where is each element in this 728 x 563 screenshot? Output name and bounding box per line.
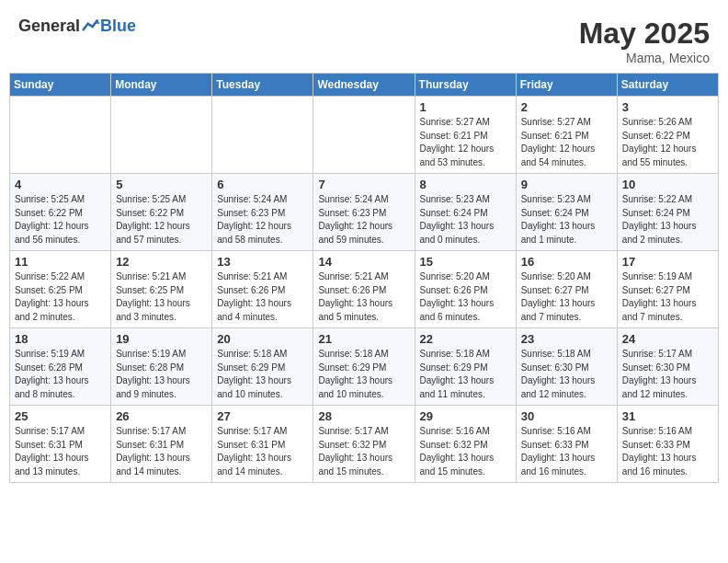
day-info: Sunrise: 5:18 AM Sunset: 6:30 PM Dayligh… — [521, 348, 612, 401]
calendar-day-cell — [212, 97, 313, 174]
calendar-day-cell: 17Sunrise: 5:19 AM Sunset: 6:27 PM Dayli… — [617, 251, 718, 328]
calendar-week-row: 11Sunrise: 5:22 AM Sunset: 6:25 PM Dayli… — [10, 251, 719, 328]
day-info: Sunrise: 5:25 AM Sunset: 6:22 PM Dayligh… — [116, 193, 207, 247]
calendar-day-cell: 10Sunrise: 5:22 AM Sunset: 6:24 PM Dayli… — [617, 174, 718, 251]
day-info: Sunrise: 5:22 AM Sunset: 6:24 PM Dayligh… — [622, 193, 713, 247]
calendar-day-cell: 4Sunrise: 5:25 AM Sunset: 6:22 PM Daylig… — [10, 174, 111, 251]
day-number: 23 — [521, 332, 612, 346]
day-info: Sunrise: 5:27 AM Sunset: 6:21 PM Dayligh… — [420, 116, 511, 169]
calendar-day-cell: 13Sunrise: 5:21 AM Sunset: 6:26 PM Dayli… — [212, 251, 313, 328]
calendar-col-header: Thursday — [415, 74, 516, 97]
day-info: Sunrise: 5:16 AM Sunset: 6:33 PM Dayligh… — [521, 425, 612, 478]
day-info: Sunrise: 5:17 AM Sunset: 6:30 PM Dayligh… — [622, 348, 713, 401]
day-info: Sunrise: 5:18 AM Sunset: 6:29 PM Dayligh… — [217, 348, 308, 401]
calendar-col-header: Sunday — [10, 74, 111, 97]
day-info: Sunrise: 5:24 AM Sunset: 6:23 PM Dayligh… — [318, 193, 409, 247]
logo-icon — [82, 17, 100, 36]
day-info: Sunrise: 5:16 AM Sunset: 6:32 PM Dayligh… — [420, 425, 511, 478]
calendar-day-cell: 18Sunrise: 5:19 AM Sunset: 6:28 PM Dayli… — [10, 328, 111, 406]
calendar-day-cell — [111, 97, 212, 174]
day-number: 17 — [622, 255, 713, 269]
calendar-day-cell: 22Sunrise: 5:18 AM Sunset: 6:29 PM Dayli… — [415, 328, 516, 406]
day-number: 8 — [420, 178, 511, 191]
day-number: 15 — [420, 255, 511, 269]
calendar-day-cell: 27Sunrise: 5:17 AM Sunset: 6:31 PM Dayli… — [212, 406, 313, 483]
calendar-day-cell: 24Sunrise: 5:17 AM Sunset: 6:30 PM Dayli… — [617, 328, 718, 406]
day-number: 24 — [622, 332, 713, 346]
day-number: 10 — [622, 178, 713, 191]
day-info: Sunrise: 5:23 AM Sunset: 6:24 PM Dayligh… — [420, 193, 511, 247]
calendar-day-cell: 16Sunrise: 5:20 AM Sunset: 6:27 PM Dayli… — [516, 251, 617, 328]
day-info: Sunrise: 5:19 AM Sunset: 6:28 PM Dayligh… — [15, 348, 106, 401]
day-number: 7 — [318, 178, 409, 191]
day-info: Sunrise: 5:17 AM Sunset: 6:31 PM Dayligh… — [15, 425, 106, 478]
day-number: 19 — [116, 332, 207, 346]
calendar-day-cell: 28Sunrise: 5:17 AM Sunset: 6:32 PM Dayli… — [313, 406, 415, 483]
calendar-week-row: 25Sunrise: 5:17 AM Sunset: 6:31 PM Dayli… — [10, 406, 719, 483]
day-number: 26 — [116, 409, 207, 423]
day-number: 3 — [622, 100, 713, 114]
day-info: Sunrise: 5:21 AM Sunset: 6:25 PM Dayligh… — [116, 270, 207, 324]
calendar-day-cell: 19Sunrise: 5:19 AM Sunset: 6:28 PM Dayli… — [111, 328, 212, 406]
calendar-day-cell: 9Sunrise: 5:23 AM Sunset: 6:24 PM Daylig… — [516, 174, 617, 251]
day-info: Sunrise: 5:21 AM Sunset: 6:26 PM Dayligh… — [217, 270, 308, 324]
page-header: General Blue May 2025 Mama, Mexico — [9, 9, 719, 65]
calendar-day-cell: 14Sunrise: 5:21 AM Sunset: 6:26 PM Dayli… — [313, 251, 415, 328]
calendar-day-cell: 20Sunrise: 5:18 AM Sunset: 6:29 PM Dayli… — [212, 328, 313, 406]
logo-text-blue: Blue — [100, 17, 136, 36]
day-info: Sunrise: 5:18 AM Sunset: 6:29 PM Dayligh… — [318, 348, 409, 401]
day-number: 2 — [521, 100, 612, 114]
day-number: 5 — [116, 178, 207, 191]
location: Mama, Mexico — [579, 51, 710, 65]
day-info: Sunrise: 5:26 AM Sunset: 6:22 PM Dayligh… — [622, 116, 713, 169]
calendar-day-cell: 31Sunrise: 5:16 AM Sunset: 6:33 PM Dayli… — [617, 406, 718, 483]
day-number: 22 — [420, 332, 511, 346]
day-info: Sunrise: 5:17 AM Sunset: 6:31 PM Dayligh… — [217, 425, 308, 478]
calendar-day-cell — [313, 97, 415, 174]
day-number: 27 — [217, 409, 308, 423]
logo-text-general: General — [18, 17, 80, 36]
calendar-day-cell: 7Sunrise: 5:24 AM Sunset: 6:23 PM Daylig… — [313, 174, 415, 251]
calendar-day-cell: 1Sunrise: 5:27 AM Sunset: 6:21 PM Daylig… — [415, 97, 516, 174]
calendar-col-header: Monday — [111, 74, 212, 97]
calendar-header-row: SundayMondayTuesdayWednesdayThursdayFrid… — [10, 74, 719, 97]
day-number: 25 — [15, 409, 106, 423]
calendar-day-cell: 25Sunrise: 5:17 AM Sunset: 6:31 PM Dayli… — [10, 406, 111, 483]
calendar-day-cell: 3Sunrise: 5:26 AM Sunset: 6:22 PM Daylig… — [617, 97, 718, 174]
day-number: 6 — [217, 178, 308, 191]
calendar-week-row: 4Sunrise: 5:25 AM Sunset: 6:22 PM Daylig… — [10, 174, 719, 251]
day-info: Sunrise: 5:25 AM Sunset: 6:22 PM Dayligh… — [15, 193, 106, 247]
day-number: 16 — [521, 255, 612, 269]
day-info: Sunrise: 5:16 AM Sunset: 6:33 PM Dayligh… — [622, 425, 713, 478]
day-info: Sunrise: 5:17 AM Sunset: 6:32 PM Dayligh… — [318, 425, 409, 478]
calendar-day-cell: 29Sunrise: 5:16 AM Sunset: 6:32 PM Dayli… — [415, 406, 516, 483]
day-info: Sunrise: 5:18 AM Sunset: 6:29 PM Dayligh… — [420, 348, 511, 401]
logo: General Blue — [18, 17, 136, 36]
day-info: Sunrise: 5:23 AM Sunset: 6:24 PM Dayligh… — [521, 193, 612, 247]
day-number: 1 — [420, 100, 511, 114]
calendar-day-cell: 2Sunrise: 5:27 AM Sunset: 6:21 PM Daylig… — [516, 97, 617, 174]
calendar-day-cell: 26Sunrise: 5:17 AM Sunset: 6:31 PM Dayli… — [111, 406, 212, 483]
calendar-day-cell — [10, 97, 111, 174]
day-number: 12 — [116, 255, 207, 269]
day-info: Sunrise: 5:20 AM Sunset: 6:27 PM Dayligh… — [521, 270, 612, 324]
calendar-day-cell: 6Sunrise: 5:24 AM Sunset: 6:23 PM Daylig… — [212, 174, 313, 251]
day-number: 29 — [420, 409, 511, 423]
month-year: May 2025 — [579, 17, 710, 51]
day-number: 14 — [318, 255, 409, 269]
day-info: Sunrise: 5:22 AM Sunset: 6:25 PM Dayligh… — [15, 270, 106, 324]
day-number: 13 — [217, 255, 308, 269]
calendar-day-cell: 11Sunrise: 5:22 AM Sunset: 6:25 PM Dayli… — [10, 251, 111, 328]
day-info: Sunrise: 5:21 AM Sunset: 6:26 PM Dayligh… — [318, 270, 409, 324]
calendar-day-cell: 21Sunrise: 5:18 AM Sunset: 6:29 PM Dayli… — [313, 328, 415, 406]
calendar-day-cell: 15Sunrise: 5:20 AM Sunset: 6:26 PM Dayli… — [415, 251, 516, 328]
day-number: 30 — [521, 409, 612, 423]
day-number: 9 — [521, 178, 612, 191]
day-info: Sunrise: 5:27 AM Sunset: 6:21 PM Dayligh… — [521, 116, 612, 169]
day-number: 11 — [15, 255, 106, 269]
calendar-day-cell: 30Sunrise: 5:16 AM Sunset: 6:33 PM Dayli… — [516, 406, 617, 483]
calendar-table: SundayMondayTuesdayWednesdayThursdayFrid… — [9, 73, 719, 483]
day-number: 28 — [318, 409, 409, 423]
calendar-col-header: Wednesday — [313, 74, 415, 97]
day-info: Sunrise: 5:24 AM Sunset: 6:23 PM Dayligh… — [217, 193, 308, 247]
